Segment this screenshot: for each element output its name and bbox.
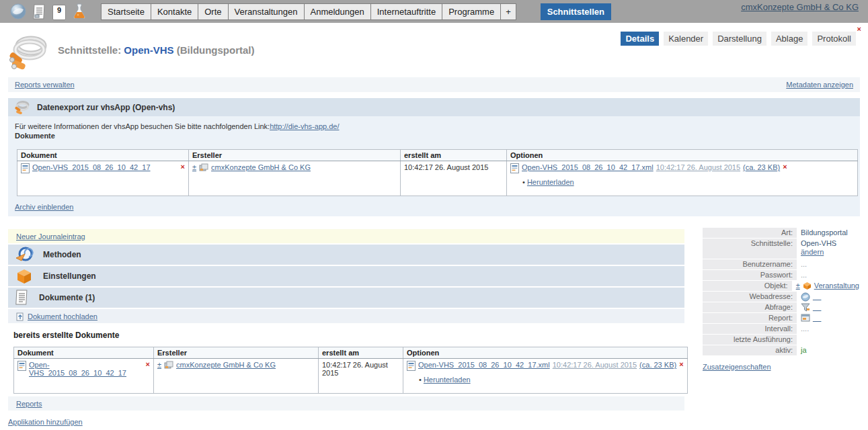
xml-file-size-link[interactable]: (ca. 23 KB) — [743, 163, 780, 171]
export-documents-table: Dokument Ersteller erstellt am Optionen … — [17, 149, 858, 196]
prop-value-schnittstelle: Open-VHS — [801, 239, 836, 247]
prop-row-objekt: Objekt: ± Veranstaltung — [703, 281, 859, 291]
export-panel: Datenexport zur vhsApp (Open-vhs) Für we… — [8, 98, 860, 216]
prop-row-webadresse: Webadresse: __ — [703, 292, 859, 302]
prop-label: Report: — [703, 313, 797, 323]
app-window: 9 Startseite Kontakte Orte Veranstaltung… — [0, 0, 868, 430]
col-optionen: Optionen — [507, 150, 858, 161]
topbar-icons: 9 — [9, 3, 87, 20]
col-optionen: Optionen — [403, 347, 688, 359]
dokument-hochladen-link[interactable]: Dokument hochladen — [28, 312, 97, 320]
cable-icon — [8, 35, 50, 71]
calendar-icon[interactable]: 9 — [52, 5, 66, 20]
tab-ablage[interactable]: Ablage — [771, 32, 807, 46]
webadresse-link[interactable]: __ — [813, 292, 821, 300]
creator-link[interactable]: cmxKonzepte GmbH & Co KG — [176, 361, 276, 369]
prop-label: Passwort: — [703, 270, 797, 280]
flask-icon[interactable] — [72, 3, 87, 20]
prop-value-benutzername: ... — [801, 260, 807, 268]
document-link[interactable]: Open-VHS_2015_08_26_10_42_17 — [29, 361, 141, 377]
xml-file-timestamp: 10:42:17 26. August 2015 — [553, 361, 637, 369]
action-bar: Reports verwalten Metadaten anzeigen — [8, 77, 860, 92]
view-tabs: Details Kalender Darstellung Ablage Prot… — [621, 32, 856, 46]
nav-tab-programme[interactable]: Programme — [442, 3, 501, 20]
prop-value-passwort: ... — [801, 271, 807, 279]
section-einstellungen[interactable]: Einstellungen — [8, 266, 684, 286]
nav-tab-add[interactable]: + — [500, 3, 516, 20]
xml-file-link[interactable]: Open-VHS_2015_08_26_10_42_17.xml — [418, 361, 550, 369]
veranstaltung-link[interactable]: Veranstaltung — [814, 282, 859, 290]
section-dokumente-label: Dokumente (1) — [39, 293, 95, 302]
tab-details[interactable]: Details — [621, 32, 659, 46]
xml-file-link[interactable]: Open-VHS_2015_08_26_10_42_17.xml — [522, 163, 654, 171]
reports-verwalten-link[interactable]: Reports verwalten — [15, 81, 75, 89]
report-link[interactable]: __ — [813, 314, 821, 322]
applikation-hinzufuegen-link[interactable]: Applikation hinzufügen — [8, 418, 83, 426]
tab-protokoll[interactable]: Protokoll — [812, 32, 856, 46]
aendern-link[interactable]: ändern — [801, 248, 824, 256]
col-ersteller: Ersteller — [154, 347, 319, 359]
account-link[interactable]: cmxKonzepte GmbH & Co KG — [741, 2, 859, 12]
sphere-logo-icon[interactable] — [9, 3, 27, 20]
filter-funnel-icon — [801, 303, 810, 312]
xml-doc-icon — [17, 361, 26, 371]
prop-row-report: Report: __ — [703, 313, 859, 323]
nav-tab-schnittstellen[interactable]: Schnittstellen — [541, 3, 611, 20]
export-panel-header[interactable]: Datenexport zur vhsApp (Open-vhs) — [8, 98, 860, 116]
section-methoden[interactable]: Methoden — [8, 245, 684, 265]
nav-tab-anmeldungen[interactable]: Anmeldungen — [304, 3, 371, 20]
nav-tab-kontakte[interactable]: Kontakte — [151, 3, 198, 20]
organization-icon — [199, 163, 208, 171]
section-dokumente[interactable]: Dokumente (1) — [8, 288, 684, 308]
prop-label: Webadresse: — [703, 292, 797, 302]
download-link[interactable]: Herunterladen — [527, 178, 574, 186]
close-icon[interactable]: × — [857, 26, 861, 33]
nav-tab-startseite[interactable]: Startseite — [101, 3, 151, 20]
expand-objekt-control[interactable]: ± — [796, 282, 800, 290]
tab-darstellung[interactable]: Darstellung — [713, 32, 766, 46]
nav-tab-orte[interactable]: Orte — [198, 3, 228, 20]
report-list-icon[interactable] — [33, 4, 46, 20]
topbar: 9 Startseite Kontakte Orte Veranstaltung… — [0, 0, 868, 23]
delete-document-icon[interactable]: × — [146, 361, 150, 368]
abfrage-link[interactable]: __ — [813, 303, 821, 311]
prop-value-aktiv: ja — [801, 346, 807, 354]
tab-kalender[interactable]: Kalender — [664, 32, 708, 46]
zusatzeigenschaften-link[interactable]: Zusatzeigenschaften — [703, 363, 771, 371]
metadaten-anzeigen-link[interactable]: Metadaten anzeigen — [786, 81, 853, 89]
prop-row-intervall: Intervall: .... — [703, 324, 859, 334]
col-erstellt-am: erstellt am — [319, 347, 403, 359]
prop-label: Abfrage: — [703, 302, 797, 312]
table-header-row: Dokument Ersteller erstellt am Optionen — [14, 347, 688, 359]
col-dokument: Dokument — [17, 150, 189, 161]
col-erstellt-am: erstellt am — [401, 150, 507, 161]
reports-link[interactable]: Reports — [16, 400, 42, 408]
nav-tab-veranstaltungen[interactable]: Veranstaltungen — [228, 3, 305, 20]
document-link[interactable]: Open-VHS_2015_08_26_10_42_17 — [32, 163, 151, 171]
organization-icon — [164, 361, 173, 369]
vhs-app-link[interactable]: http://die-vhs-app.de/ — [270, 122, 339, 130]
section-einstellungen-label: Einstellungen — [43, 271, 96, 281]
prop-value-art: Bildungsportal — [801, 228, 848, 236]
neuer-journaleintrag-link[interactable]: Neuer Journaleintrag — [16, 232, 85, 241]
globe-icon — [801, 292, 810, 302]
prop-row-abfrage: Abfrage: __ — [703, 302, 859, 312]
page-title-suffix: (Bildungsportal) — [177, 44, 255, 56]
expand-creator-control[interactable]: ± — [192, 163, 196, 171]
delete-file-icon[interactable]: × — [679, 361, 683, 368]
prop-label: Objekt: — [703, 281, 792, 291]
expand-creator-control[interactable]: ± — [157, 361, 161, 369]
archiv-einblenden-link[interactable]: Archiv einblenden — [15, 203, 73, 211]
col-dokument: Dokument — [14, 347, 154, 359]
report-small-icon — [801, 314, 810, 322]
delete-file-icon[interactable]: × — [783, 163, 787, 171]
download-link[interactable]: Herunterladen — [424, 376, 471, 384]
xml-doc-icon — [21, 163, 30, 173]
nav-tab-internetauftritte[interactable]: Internetauftritte — [370, 3, 442, 20]
prop-row-letzte-ausfuehrung: letzte Ausführung: — [703, 335, 859, 345]
journal-strip: Neuer Journaleintrag — [8, 229, 684, 243]
xml-file-size-link[interactable]: (ca. 23 KB) — [639, 361, 676, 369]
delete-document-icon[interactable]: × — [181, 163, 185, 171]
prop-label: aktiv: — [703, 345, 797, 355]
creator-link[interactable]: cmxKonzepte GmbH & Co KG — [211, 163, 311, 171]
